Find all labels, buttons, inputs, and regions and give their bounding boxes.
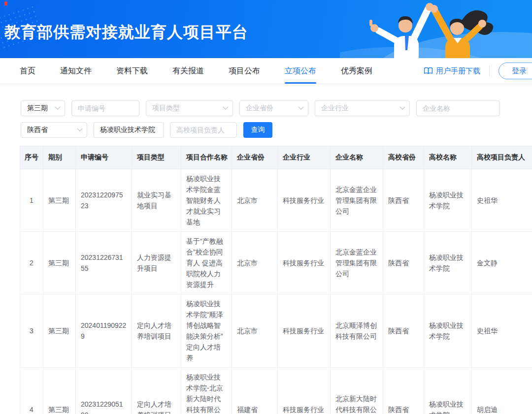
column-header: 高校项目负责人 xyxy=(472,146,532,169)
filter-row-2: 陕西省 查询 xyxy=(21,122,532,138)
school-leader-input[interactable] xyxy=(170,122,237,138)
nav-divider xyxy=(489,65,490,76)
table-cell: 杨凌职业技术学院-北京新大陆时代科技有限公司物联网及人工智能方向人才培养 xyxy=(181,368,232,414)
table-cell: 北京金蓝企业管理集团有限公司 xyxy=(331,232,383,294)
table-cell: 定向人才培养培训项目 xyxy=(132,368,181,414)
table-cell: 杨凌职业技术学院“顺泽博创战略智能决策分析”定向人才培养 xyxy=(181,294,232,368)
table-cell: 2024011909229 xyxy=(76,294,132,368)
company-province-select[interactable]: 企业省份 xyxy=(239,100,308,116)
table-cell: 科技服务行业 xyxy=(278,232,331,294)
table-cell: 杨凌职业技术学院 xyxy=(424,294,472,368)
table-cell: 北京新大陆时代科技有限公司 xyxy=(331,368,383,414)
table-cell: 杨凌职业技术学院 xyxy=(424,169,472,232)
table-cell: 陕西省 xyxy=(383,368,424,414)
main-nav: 首页通知文件资料下载有关报道项目公布立项公布优秀案例 用户手册下载 登录 xyxy=(0,58,532,84)
page-header: 教育部供需对接就业育人项目平台 xyxy=(0,0,532,58)
column-header: 高校名称 xyxy=(424,146,472,169)
results-table: 序号期别申请编号项目类型项目合作名称企业省份企业行业企业名称高校省份高校名称高校… xyxy=(20,146,532,414)
table-cell: 1 xyxy=(20,169,43,232)
table-cell: 金文静 xyxy=(472,232,532,294)
project-type-select[interactable]: 项目类型 xyxy=(146,100,233,116)
chevron-down-icon xyxy=(298,104,303,110)
table-header-row: 序号期别申请编号项目类型项目合作名称企业省份企业行业企业名称高校省份高校名称高校… xyxy=(20,146,532,169)
nav-item-3[interactable]: 资料下载 xyxy=(116,58,148,84)
company-industry-select[interactable]: 企业行业 xyxy=(315,100,410,116)
chevron-down-icon xyxy=(399,104,405,110)
table-cell: 2 xyxy=(20,232,43,294)
table-cell: 杨凌职业技术学院 xyxy=(424,368,472,414)
nav-item-6[interactable]: 立项公布 xyxy=(285,58,316,84)
school-province-select[interactable]: 陕西省 xyxy=(21,122,87,138)
table-cell: 基于“产教融合”校企协同育人 促进高职院校人力资源提升 xyxy=(181,232,232,294)
column-header: 企业名称 xyxy=(331,146,383,169)
table-cell: 科技服务行业 xyxy=(278,368,331,414)
table-cell: 北京市 xyxy=(232,294,278,368)
login-button[interactable]: 登录 xyxy=(499,63,532,79)
table-cell: 定向人才培养培训项目 xyxy=(132,294,181,368)
table-cell: 第三期 xyxy=(43,294,76,368)
table-cell: 北京市 xyxy=(232,169,278,232)
nav-item-7[interactable]: 优秀案例 xyxy=(341,58,372,84)
table-cell: 陕西省 xyxy=(383,169,424,232)
application-no-input[interactable] xyxy=(71,100,139,116)
company-name-input[interactable] xyxy=(416,100,500,116)
table-cell: 科技服务行业 xyxy=(278,294,331,368)
table-cell: 陕西省 xyxy=(383,294,424,368)
table-cell: 2023122905190 xyxy=(76,368,132,414)
user-manual-download[interactable]: 用户手册下载 xyxy=(424,66,480,76)
book-icon xyxy=(424,67,433,75)
project-type-placeholder: 项目类型 xyxy=(152,104,180,113)
nav-item-2[interactable]: 通知文件 xyxy=(60,58,92,84)
table-body: 1第三期2023122097523就业实习基地项目杨凌职业技术学院金蓝智能财务人… xyxy=(20,169,532,414)
column-header: 项目类型 xyxy=(132,146,181,169)
table-cell: 2023122097523 xyxy=(76,169,132,232)
company-province-placeholder: 企业省份 xyxy=(246,104,273,113)
table-cell: 杨凌职业技术学院金蓝智能财务人才就业实习基地 xyxy=(181,169,232,232)
red-marker xyxy=(4,1,7,5)
table-cell: 史祖华 xyxy=(472,294,532,368)
column-header: 序号 xyxy=(20,146,43,169)
column-header: 企业省份 xyxy=(232,146,278,169)
table-row: 4第三期2023122905190定向人才培养培训项目杨凌职业技术学院-北京新大… xyxy=(20,368,532,414)
table-cell: 科技服务行业 xyxy=(278,169,331,232)
nav-item-4[interactable]: 有关报道 xyxy=(172,58,204,84)
table-row: 2第三期2023122673155人力资源提升项目基于“产教融合”校企协同育人 … xyxy=(20,232,532,294)
manual-label: 用户手册下载 xyxy=(436,66,480,76)
column-header: 企业行业 xyxy=(278,146,331,169)
table-cell: 3 xyxy=(20,294,43,368)
table-cell: 杨凌职业技术学院 xyxy=(424,232,472,294)
page-title: 教育部供需对接就业育人项目平台 xyxy=(4,22,248,43)
table-cell: 福建省 xyxy=(232,368,278,414)
company-industry-placeholder: 企业行业 xyxy=(321,104,349,113)
table-cell: 北京金蓝企业管理集团有限公司 xyxy=(331,169,383,232)
table-cell: 第三期 xyxy=(43,368,76,414)
table-cell: 胡启迪 xyxy=(472,368,532,414)
period-select[interactable]: 第三期 xyxy=(21,100,65,116)
school-name-input[interactable] xyxy=(94,122,164,138)
nav-item-5[interactable]: 项目公布 xyxy=(229,58,260,84)
highfive-illustration xyxy=(340,0,532,58)
table-cell: 第三期 xyxy=(43,232,76,294)
table-row: 1第三期2023122097523就业实习基地项目杨凌职业技术学院金蓝智能财务人… xyxy=(20,169,532,232)
filter-row-1: 第三期 项目类型 企业省份 企业行业 xyxy=(21,100,532,116)
table-cell: 人力资源提升项目 xyxy=(132,232,181,294)
table-cell: 北京市 xyxy=(232,232,278,294)
school-province-value: 陕西省 xyxy=(27,126,48,134)
chevron-down-icon xyxy=(223,104,228,110)
nav-items: 首页通知文件资料下载有关报道项目公布立项公布优秀案例 xyxy=(20,58,372,84)
chevron-down-icon xyxy=(55,104,60,110)
table-cell: 北京顺泽博创科技有限公司 xyxy=(331,294,383,368)
table-cell: 4 xyxy=(20,368,43,414)
table-cell: 史祖华 xyxy=(472,169,532,232)
results-table-wrap: 序号期别申请编号项目类型项目合作名称企业省份企业行业企业名称高校省份高校名称高校… xyxy=(20,146,532,414)
table-row: 3第三期2024011909229定向人才培养培训项目杨凌职业技术学院“顺泽博创… xyxy=(20,294,532,368)
column-header: 高校省份 xyxy=(383,146,424,169)
search-button[interactable]: 查询 xyxy=(243,122,272,138)
column-header: 项目合作名称 xyxy=(181,146,232,169)
column-header: 申请编号 xyxy=(76,146,132,169)
table-cell: 陕西省 xyxy=(383,232,424,294)
table-cell: 2023122673155 xyxy=(76,232,132,294)
chevron-down-icon xyxy=(77,126,82,131)
period-select-value: 第三期 xyxy=(27,104,48,113)
nav-item-1[interactable]: 首页 xyxy=(20,58,35,84)
